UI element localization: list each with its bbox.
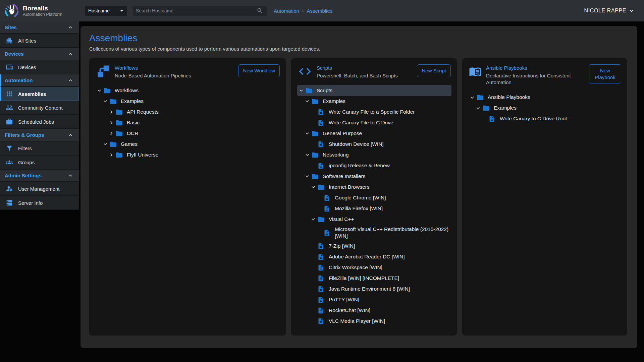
tree-file-java-runtime-environment-8-win[interactable]: Java Runtime Environment 8 [WIN]: [297, 284, 451, 295]
sidebar-item-groups[interactable]: Groups: [0, 156, 79, 170]
chevron-down-icon[interactable]: [304, 173, 311, 180]
sidebar-item-devices[interactable]: Devices: [0, 60, 79, 74]
sidebar-item-label: All Sites: [18, 38, 36, 44]
tree-folder-ansible-playbooks[interactable]: Ansible Playbooks: [468, 92, 622, 103]
sidebar-section-filters-groups[interactable]: Filters & Groups: [0, 129, 79, 141]
chevron-right-icon[interactable]: [108, 109, 115, 115]
tree-folder-games[interactable]: Games: [95, 139, 280, 149]
tree-file-ipconfig-release-renew[interactable]: ipconfig Release & Renew: [297, 160, 451, 171]
card-title[interactable]: Ansible Playbooks: [486, 65, 584, 71]
sidebar-item-user-management[interactable]: User Management: [0, 182, 79, 196]
tree-file-adobe-acrobat-reader-dc-win[interactable]: Adobe Acrobat Reader DC [WIN]: [297, 252, 451, 262]
card-title[interactable]: Workflows: [115, 65, 191, 71]
tree-folder-visual-c[interactable]: Visual C++: [297, 214, 451, 225]
main-panel: Assemblies Collections of various types …: [80, 26, 637, 348]
sidebar-section-automation[interactable]: Automation: [0, 74, 79, 87]
tree-folder-examples[interactable]: Examples: [95, 96, 280, 107]
workflow-icon: [96, 64, 110, 78]
sidebar-section-admin-settings[interactable]: Admin Settings: [0, 170, 79, 182]
cards-container: WorkflowsNode-Based Automation Pipelines…: [89, 58, 629, 336]
tree-folder-scripts[interactable]: Scripts: [297, 85, 451, 96]
breadcrumb-assemblies[interactable]: Assemblies: [307, 8, 333, 14]
chevron-down-icon[interactable]: [102, 141, 109, 147]
tree-file-microsoft-visual-c-redistributable-2015-2022-win[interactable]: Microsoft Visual C++ Redistributable (20…: [297, 225, 451, 241]
sidebar-item-all-sites[interactable]: All Sites: [0, 34, 79, 48]
top-header: Borealis Automation Platform Hostname Au…: [0, 0, 644, 21]
tree-folder-workflows[interactable]: Workflows: [95, 85, 280, 96]
groups-icon: [6, 159, 13, 166]
tree-folder-software-installers[interactable]: Software Installers: [297, 171, 451, 182]
chevron-down-icon[interactable]: [310, 184, 317, 190]
chevron-down-icon[interactable]: [102, 98, 109, 105]
new-workflow-button[interactable]: New Workflow: [238, 64, 280, 77]
chevron-down-icon[interactable]: [469, 94, 476, 101]
tree-folder-examples[interactable]: Examples: [297, 96, 451, 107]
file-icon: [317, 286, 324, 293]
card-title[interactable]: Scripts: [317, 65, 398, 71]
card-scripts: ScriptsPowershell, Batch, and Bash Scrip…: [291, 58, 457, 336]
chevron-down-icon[interactable]: [310, 216, 317, 223]
tree-folder-api-requests[interactable]: API Requests: [95, 107, 280, 117]
tree-file-google-chrome-win[interactable]: Google Chrome [WIN]: [297, 192, 451, 203]
tree-item-label: Microsoft Visual C++ Redistributable (20…: [335, 225, 451, 241]
tree-folder-flyff-universe[interactable]: Flyff Universe: [95, 149, 280, 160]
page-subtitle: Collections of various types of componen…: [89, 46, 629, 52]
tree-file-write-canary-file-to-c-drive[interactable]: Write Canary File to C Drive: [297, 117, 451, 128]
tree-item-label: General Purpose: [323, 129, 364, 138]
tree-file-7-zip-win[interactable]: 7-Zip [WIN]: [297, 241, 451, 252]
briefcase-icon: [6, 118, 13, 125]
tree-file-shutdown-device-win[interactable]: Shutdown Device [WIN]: [297, 139, 451, 149]
tree-file-write-canary-file-to-a-specific-folder[interactable]: Write Canary File to a Specific Folder: [297, 107, 451, 117]
sidebar-item-scheduled-jobs[interactable]: Scheduled Jobs: [0, 115, 79, 129]
page-title: Assemblies: [89, 33, 629, 44]
tree-folder-examples[interactable]: Examples: [468, 103, 622, 114]
search-input[interactable]: [136, 8, 257, 13]
tree-item-label: OCR: [127, 129, 140, 138]
tree-file-mozilla-firefox-win[interactable]: Mozilla Firefox [WIN]: [297, 203, 451, 214]
sidebar-item-community-content[interactable]: Community Content: [0, 101, 79, 115]
sidebar-item-assemblies[interactable]: Assemblies: [0, 87, 79, 101]
new-playbook-button[interactable]: New Playbook: [589, 64, 621, 83]
tree-item-label: Java Runtime Environment 8 [WIN]: [329, 284, 412, 294]
tree-folder-ocr[interactable]: OCR: [95, 128, 280, 139]
tree-item-label: API Requests: [127, 107, 161, 117]
card-subtitle: Powershell, Batch, and Bash Scripts: [317, 72, 398, 79]
tree-file-citrix-workspace-win[interactable]: Citrix Workspace [WIN]: [297, 262, 451, 273]
tree-folder-networking[interactable]: Networking: [297, 149, 451, 160]
tree-folder-basic[interactable]: Basic: [95, 117, 280, 128]
sidebar-item-server-info[interactable]: Server Info: [0, 196, 79, 210]
file-icon: [317, 243, 324, 250]
brand-logo-area[interactable]: Borealis Automation Platform: [0, 3, 79, 18]
sidebar-item-label: Community Content: [18, 105, 63, 111]
chevron-right-icon[interactable]: [108, 119, 115, 126]
tree-folder-general-purpose[interactable]: General Purpose: [297, 128, 451, 139]
file-icon: [323, 229, 330, 236]
tree-file-rocketchat-win[interactable]: RocketChat [WIN]: [297, 305, 451, 316]
new-script-button[interactable]: New Script: [417, 64, 451, 77]
chevron-right-icon[interactable]: [108, 152, 115, 158]
chevron-right-icon[interactable]: [108, 130, 115, 137]
sidebar-section-sites[interactable]: Sites: [0, 21, 79, 34]
chevron-down-icon[interactable]: [304, 152, 311, 158]
search-icon[interactable]: [257, 7, 263, 14]
folder-icon: [115, 119, 123, 127]
tree-file-vlc-media-player-win[interactable]: VLC Media Player [WIN]: [297, 316, 451, 327]
sidebar-section-devices[interactable]: Devices: [0, 48, 79, 60]
chevron-down-icon[interactable]: [304, 98, 311, 105]
user-name: NICOLE RAPPE: [584, 8, 626, 14]
chevron-up-icon: [67, 172, 74, 179]
tree-file-filezilla-win-incomplete[interactable]: FileZilla [WIN] [INCOMPLETE]: [297, 273, 451, 284]
hostname-select[interactable]: Hostname: [84, 6, 128, 16]
tree-file-putty-win[interactable]: PuTTY [WIN]: [297, 295, 451, 305]
chevron-down-icon[interactable]: [96, 87, 103, 94]
folder-icon: [311, 151, 319, 159]
tree-folder-internet-browsers[interactable]: Internet Browsers: [297, 182, 451, 192]
chevron-down-icon[interactable]: [298, 87, 305, 94]
tree-item-label: Software Installers: [323, 172, 368, 181]
breadcrumb-automation[interactable]: Automation: [274, 8, 299, 14]
chevron-down-icon[interactable]: [304, 130, 311, 137]
user-menu[interactable]: NICOLE RAPPE: [584, 7, 635, 14]
chevron-down-icon[interactable]: [475, 105, 482, 112]
sidebar-item-filters[interactable]: Filters: [0, 141, 79, 156]
tree-file-write-canary-to-c-drive-root[interactable]: Write Canary to C Drive Root: [468, 114, 622, 124]
